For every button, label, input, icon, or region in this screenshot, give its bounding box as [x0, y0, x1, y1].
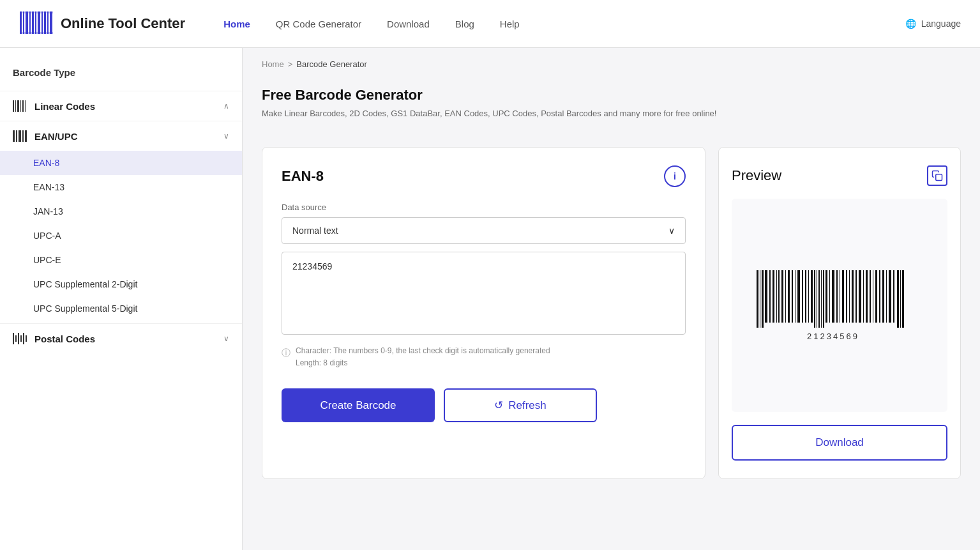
svg-rect-24: [13, 333, 14, 344]
svg-rect-60: [846, 270, 847, 323]
svg-rect-43: [795, 270, 795, 323]
navigation: Home QR Code Generator Download Blog Hel…: [223, 19, 880, 29]
layout: Barcode Type Linear Codes ∧: [0, 48, 980, 550]
select-chevron-icon: ∨: [668, 225, 675, 236]
svg-rect-19: [13, 130, 15, 142]
breadcrumb-separator: >: [288, 59, 293, 69]
svg-rect-8: [44, 11, 46, 34]
svg-rect-26: [18, 333, 19, 344]
svg-rect-69: [875, 270, 877, 323]
svg-rect-51: [818, 270, 820, 328]
barcode-data-input[interactable]: 21234569: [282, 252, 686, 335]
sidebar-item-upce[interactable]: UPC-E: [0, 248, 242, 272]
svg-rect-70: [879, 270, 880, 323]
svg-rect-76: [900, 270, 901, 328]
svg-rect-47: [808, 270, 809, 323]
preview-panel: Preview: [718, 147, 961, 479]
main-content: Home > Barcode Generator Free Barcode Ge…: [243, 48, 980, 550]
info-icon[interactable]: i: [664, 165, 686, 187]
svg-rect-72: [886, 270, 887, 323]
svg-rect-4: [32, 11, 34, 34]
logo-text: Online Tool Center: [61, 15, 185, 32]
sidebar-category-postal[interactable]: Postal Codes ∨: [0, 323, 242, 353]
nav-home[interactable]: Home: [223, 19, 250, 29]
nav-blog[interactable]: Blog: [455, 19, 474, 29]
logo-icon: [19, 10, 54, 38]
sidebar-category-ean-label: EAN/UPC: [34, 131, 78, 142]
logo[interactable]: Online Tool Center: [19, 10, 185, 38]
svg-rect-36: [773, 270, 774, 323]
svg-rect-25: [15, 335, 17, 342]
svg-rect-59: [842, 270, 844, 323]
preview-header: Preview: [732, 165, 947, 186]
page-title: Free Barcode Generator: [262, 87, 961, 103]
svg-rect-42: [792, 270, 793, 323]
chevron-down-icon-postal: ∨: [223, 334, 229, 343]
generator-panel: EAN-8 i Data source Normal text ∨ 212345…: [262, 147, 705, 479]
copy-icon[interactable]: [927, 165, 947, 186]
sidebar-item-jan13[interactable]: JAN-13: [0, 199, 242, 224]
sidebar-item-ean8[interactable]: EAN-8: [0, 151, 242, 175]
svg-rect-65: [863, 270, 864, 323]
sidebar-category-postal-label: Postal Codes: [34, 333, 95, 344]
svg-rect-6: [38, 11, 40, 34]
svg-rect-62: [852, 270, 854, 323]
sidebar-category-ean[interactable]: EAN/UPC ∨: [0, 121, 242, 151]
svg-rect-32: [760, 270, 760, 328]
download-button[interactable]: Download: [732, 425, 947, 461]
svg-rect-11: [20, 11, 53, 13]
svg-rect-15: [17, 100, 19, 112]
svg-rect-56: [832, 270, 834, 323]
svg-rect-27: [20, 335, 22, 342]
data-source-value: Normal text: [292, 225, 338, 236]
svg-rect-74: [893, 270, 894, 323]
sidebar-item-upc2[interactable]: UPC Supplemental 2-Digit: [0, 272, 242, 296]
svg-rect-61: [849, 270, 850, 323]
svg-text:21234569: 21234569: [807, 332, 859, 340]
header: Online Tool Center Home QR Code Generato…: [0, 0, 980, 48]
svg-rect-71: [882, 270, 884, 323]
barcode-icon-linear: [13, 100, 27, 112]
svg-rect-5: [35, 11, 36, 34]
info-symbol: i: [674, 171, 676, 181]
svg-rect-64: [859, 270, 861, 323]
barcode-svg-image: 21234569: [750, 270, 929, 340]
svg-rect-28: [23, 333, 24, 344]
language-selector[interactable]: 🌐 Language: [905, 19, 961, 29]
language-label: Language: [921, 19, 961, 29]
svg-rect-23: [25, 130, 27, 142]
svg-rect-34: [765, 270, 767, 323]
sidebar-category-linear[interactable]: Linear Codes ∧: [0, 91, 242, 121]
globe-icon: 🌐: [905, 19, 916, 29]
svg-rect-63: [856, 270, 857, 323]
sidebar-item-upc5[interactable]: UPC Supplemental 5-Digit: [0, 296, 242, 321]
svg-rect-75: [897, 270, 899, 328]
svg-rect-39: [781, 270, 783, 323]
svg-rect-77: [902, 270, 904, 328]
sidebar-item-ean13[interactable]: EAN-13: [0, 175, 242, 199]
svg-rect-20: [16, 130, 17, 142]
svg-rect-22: [22, 130, 24, 142]
sidebar-item-upca[interactable]: UPC-A: [0, 224, 242, 248]
barcode-image: 21234569: [750, 270, 929, 340]
svg-rect-35: [769, 270, 771, 323]
chevron-up-icon: ∧: [223, 102, 229, 111]
nav-help[interactable]: Help: [500, 19, 520, 29]
create-barcode-button[interactable]: Create Barcode: [282, 388, 435, 422]
barcode-type-title: EAN-8: [282, 168, 324, 185]
action-buttons: Create Barcode ↺ Refresh: [282, 388, 686, 422]
breadcrumb-home[interactable]: Home: [262, 59, 284, 69]
refresh-button[interactable]: ↺ Refresh: [444, 388, 597, 422]
svg-rect-33: [762, 270, 764, 328]
svg-rect-55: [829, 270, 830, 323]
svg-rect-38: [778, 270, 780, 323]
svg-rect-67: [870, 270, 871, 323]
data-source-select[interactable]: Normal text ∨: [282, 217, 686, 244]
barcode-type-header: EAN-8 i: [282, 165, 686, 187]
svg-rect-48: [811, 270, 813, 323]
barcode-preview-area: 21234569: [732, 199, 947, 412]
nav-qr-code[interactable]: QR Code Generator: [276, 19, 361, 29]
svg-rect-10: [50, 11, 52, 34]
info-circle-icon: ⓘ: [282, 346, 290, 360]
nav-download[interactable]: Download: [387, 19, 430, 29]
